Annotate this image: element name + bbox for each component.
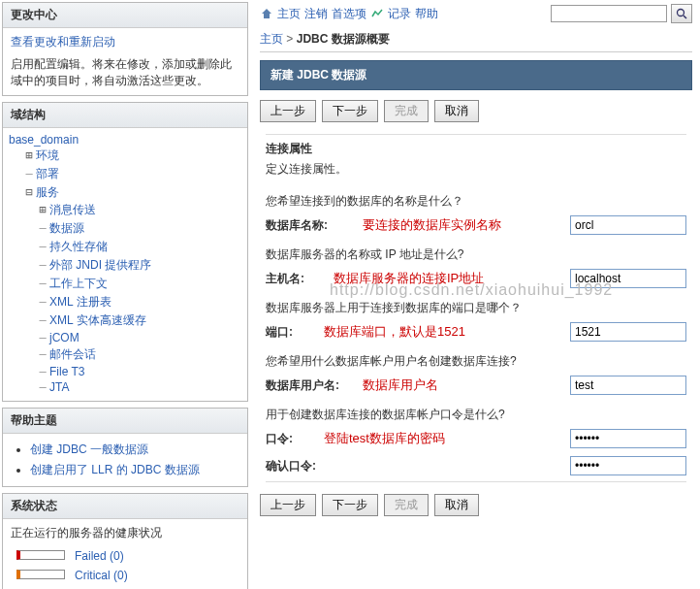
q-host: 数据库服务器的名称或 IP 地址是什么? (260, 239, 692, 265)
status-title: 系统状态 (3, 494, 247, 519)
lbl-user: 数据库用户名: (266, 377, 353, 394)
input-pass[interactable] (570, 429, 686, 448)
next-button-bottom[interactable]: 下一步 (322, 494, 378, 516)
nav-logout[interactable]: 注销 (304, 6, 328, 22)
status-subtitle: 正在运行的服务器的健康状况 (11, 525, 239, 541)
section-title: 连接属性 (260, 137, 692, 159)
lbl-port: 端口: (266, 324, 314, 341)
bar-failed (16, 550, 65, 560)
next-button[interactable]: 下一步 (322, 100, 378, 122)
nav-help[interactable]: 帮助 (415, 6, 438, 22)
tree-node-workctx[interactable]: –工作上下文 (36, 275, 241, 293)
svg-point-0 (678, 10, 684, 16)
q-user: 您希望用什么数据库帐户用户名创建数据库连接? (260, 345, 692, 372)
finish-button-bottom: 完成 (384, 494, 429, 516)
tree-node-xmlcache[interactable]: –XML 实体高速缓存 (36, 311, 241, 330)
bar-critical (16, 570, 65, 579)
hint-dbname: 要连接的数据库实例名称 (363, 216, 560, 234)
tree-node-messaging[interactable]: ⊞消息传送 (36, 201, 241, 219)
tree-node-jndi[interactable]: –外部 JNDI 提供程序 (36, 256, 241, 275)
q-port: 数据库服务器上用于连接到数据库的端口是哪个？ (260, 292, 692, 318)
health-critical[interactable]: Critical (0) (71, 567, 156, 584)
svg-line-1 (684, 16, 686, 18)
back-button-bottom[interactable]: 上一步 (260, 494, 316, 516)
help-link-1[interactable]: 创建 JDBC 一般数据源 (30, 442, 148, 456)
tree-node-deploy[interactable]: –部署 (22, 165, 241, 183)
help-panel: 帮助主题 创建 JDBC 一般数据源 创建启用了 LLR 的 JDBC 数据源 (2, 408, 248, 487)
hint-port: 数据库端口，默认是1521 (324, 323, 560, 341)
help-link-2[interactable]: 创建启用了 LLR 的 JDBC 数据源 (30, 463, 200, 476)
q-dbname: 您希望连接到的数据库的名称是什么？ (260, 185, 692, 212)
button-row-bottom: 上一步 下一步 完成 取消 (260, 484, 692, 526)
nav-home[interactable]: 主页 (277, 6, 301, 22)
status-panel: 系统状态 正在运行的服务器的健康状况 Failed (0) Critical (… (2, 493, 248, 589)
tree-node-mail[interactable]: –邮件会话 (36, 345, 241, 364)
lbl-host: 主机名: (266, 271, 324, 287)
change-center-panel: 更改中心 查看更改和重新启动 启用配置编辑。将来在修改，添加或删除此域中的项目时… (2, 2, 248, 96)
tree-node-xmlreg[interactable]: –XML 注册表 (36, 293, 241, 311)
hint-host: 数据库服务器的连接IP地址 (334, 270, 560, 287)
help-title: 帮助主题 (3, 409, 247, 434)
finish-button: 完成 (384, 100, 429, 122)
domain-structure-title: 域结构 (3, 103, 247, 128)
hint-pass: 登陆test数据库的密码 (324, 430, 560, 447)
tree-node-env[interactable]: ⊞环境 (22, 147, 241, 165)
health-failed[interactable]: Failed (0) (71, 547, 156, 565)
lbl-dbname: 数据库名称: (266, 217, 353, 234)
input-pass2[interactable] (570, 456, 686, 475)
tree-node-jta[interactable]: –JTA (36, 379, 241, 395)
q-pass: 用于创建数据库连接的数据库帐户口令是什么? (260, 399, 692, 425)
change-center-desc: 启用配置编辑。将来在修改，添加或删除此域中的项目时，将自动激活这些更改。 (11, 56, 239, 89)
record-icon (370, 7, 384, 20)
lbl-pass: 口令: (266, 431, 314, 447)
input-dbname[interactable] (570, 215, 686, 235)
page-title: 新建 JDBC 数据源 (260, 60, 692, 90)
back-button[interactable]: 上一步 (260, 100, 316, 122)
cancel-button[interactable]: 取消 (434, 100, 479, 122)
cancel-button-bottom[interactable]: 取消 (434, 494, 479, 516)
tree-root[interactable]: base_domain ⊞环境 –部署 ⊟服务 ⊞消息传送 –数据源 –持久性存… (9, 132, 241, 397)
domain-structure-panel: 域结构 base_domain ⊞环境 –部署 ⊟服务 ⊞消息传送 –数据源 –… (2, 102, 248, 402)
nav-prefs[interactable]: 首选项 (332, 6, 366, 22)
breadcrumb-home[interactable]: 主页 (260, 32, 283, 46)
tree-node-services[interactable]: ⊟服务 ⊞消息传送 –数据源 –持久性存储 –外部 JNDI 提供程序 –工作上… (22, 183, 241, 396)
tree-node-jcom[interactable]: –jCOM (36, 330, 241, 345)
input-host[interactable] (570, 269, 686, 288)
breadcrumb: 主页 > JDBC 数据源概要 (260, 27, 692, 52)
nav-record[interactable]: 记录 (388, 6, 411, 22)
view-changes-link[interactable]: 查看更改和重新启动 (11, 35, 115, 49)
tree-node-persist[interactable]: –持久性存储 (36, 238, 241, 256)
search-button[interactable] (671, 4, 692, 23)
tree-node-datasource[interactable]: –数据源 (36, 219, 241, 238)
table-row: Failed (0) (13, 547, 156, 565)
tree-node-filet3[interactable]: –File T3 (36, 364, 241, 379)
hint-user: 数据库用户名 (363, 376, 560, 394)
button-row-top: 上一步 下一步 完成 取消 (260, 90, 692, 132)
home-icon (260, 7, 273, 20)
search-input[interactable] (551, 5, 667, 22)
input-user[interactable] (570, 376, 686, 395)
health-table: Failed (0) Critical (0) Overloaded (0) W… (11, 545, 158, 589)
search-icon (676, 8, 687, 19)
section-desc: 定义连接属性。 (260, 159, 692, 185)
top-toolbar: 主页 注销 首选项 记录 帮助 (260, 0, 692, 27)
lbl-pass2: 确认口令: (266, 458, 334, 474)
breadcrumb-current: JDBC 数据源概要 (297, 32, 390, 46)
change-center-title: 更改中心 (3, 3, 247, 28)
input-port[interactable] (570, 322, 686, 342)
table-row: Critical (0) (13, 567, 156, 584)
